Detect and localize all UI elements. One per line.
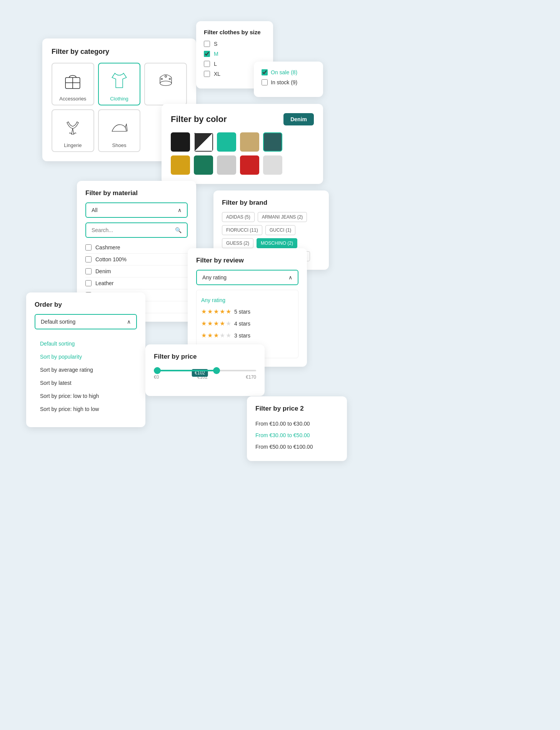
material-checkbox-cotton[interactable]	[85, 256, 92, 262]
sale-option-onsale[interactable]: On sale (8)	[262, 69, 315, 75]
star-3: ★	[213, 320, 219, 327]
star-1: ★	[201, 320, 207, 327]
star-3: ★	[213, 332, 219, 339]
category-item-lingerie[interactable]: Lingerie	[52, 109, 94, 152]
brand-tag-guess[interactable]: GUESS (2)	[222, 238, 253, 248]
review-select[interactable]: Any rating ∧	[196, 270, 298, 285]
material-select[interactable]: All ∧	[85, 202, 188, 218]
category-shoes-label: Shoes	[103, 142, 136, 148]
color-swatch-black[interactable]	[171, 132, 190, 152]
filter-color-title: Filter by color	[171, 114, 227, 124]
color-swatch-dark-teal[interactable]	[263, 132, 282, 152]
filter-size-title: Filter clothes by size	[204, 29, 265, 35]
order-select[interactable]: Default sorting ∧	[35, 314, 137, 329]
material-label-cotton: Cotton 100%	[95, 256, 127, 262]
brand-tag-moschino[interactable]: MOSCHINO (2)	[257, 238, 297, 248]
material-item-denim[interactable]: Denim	[85, 266, 188, 277]
size-checkbox-xl[interactable]	[204, 71, 210, 77]
color-swatch-green[interactable]	[194, 155, 213, 175]
category-item-accessories[interactable]: Accessories	[52, 63, 94, 105]
material-item-cashmere[interactable]: Cashmere	[85, 242, 188, 254]
material-search-box[interactable]: 🔍	[85, 222, 188, 238]
lingerie-icon	[61, 115, 84, 139]
shoes-icon	[108, 115, 131, 139]
color-swatch-tan[interactable]	[240, 132, 259, 152]
clothing-icon	[108, 69, 131, 92]
price2-option-1[interactable]: From €10.00 to €30.00	[255, 418, 338, 429]
star-2: ★	[207, 308, 213, 315]
review-option-3stars[interactable]: ★ ★ ★ ★ ★ 3 stars	[201, 329, 293, 341]
color-swatch-red[interactable]	[240, 155, 259, 175]
svg-point-3	[160, 81, 172, 86]
star-5: ★	[226, 308, 231, 315]
size-label-m: M	[214, 51, 218, 57]
category-lingerie-label: Lingerie	[56, 142, 90, 148]
star-4: ★	[220, 332, 225, 339]
svg-point-7	[161, 78, 162, 80]
review-4star-label: 4 stars	[234, 321, 250, 327]
brand-tag-armani[interactable]: ARMANI JEANS (2)	[258, 212, 307, 222]
brand-tag-fiorucci[interactable]: FIORUCCI (11)	[222, 225, 262, 235]
svg-point-6	[165, 75, 167, 77]
color-grid	[171, 132, 314, 175]
review-option-any[interactable]: Any rating	[201, 295, 293, 306]
filter-price-card: Filter by price €102 €0 €102 €170	[145, 344, 265, 396]
category-clothing-label: Clothing	[103, 96, 136, 102]
sale-checkbox-instock[interactable]	[262, 79, 268, 85]
price2-option-2[interactable]: From €30.00 to €50.00	[255, 429, 338, 441]
order-option-latest[interactable]: Sort by latest	[35, 376, 137, 389]
review-option-5stars[interactable]: ★ ★ ★ ★ ★ 5 stars	[201, 306, 293, 317]
size-label-l: L	[214, 61, 217, 67]
size-checkbox-s[interactable]	[204, 41, 210, 47]
star-4: ★	[220, 320, 225, 327]
color-swatch-half[interactable]	[194, 132, 213, 152]
price-min-label: €0	[154, 374, 159, 380]
order-by-title: Order by	[35, 301, 137, 309]
search-icon: 🔍	[175, 227, 182, 233]
sale-checkbox-onsale[interactable]	[262, 69, 268, 75]
material-checkbox-denim[interactable]	[85, 268, 92, 274]
material-item-leather[interactable]: Leather	[85, 277, 188, 289]
order-by-card: Order by Default sorting ∧ Default sorti…	[26, 292, 145, 427]
category-item-shoes[interactable]: Shoes	[98, 109, 141, 152]
slider-thumb-right[interactable]	[213, 367, 220, 374]
accessories-icon	[61, 69, 84, 92]
material-selected-value: All	[92, 207, 98, 213]
material-checkbox-cashmere[interactable]	[85, 244, 92, 251]
filter-category-title: Filter by category	[52, 48, 187, 56]
order-option-price-high[interactable]: Sort by price: high to low	[35, 403, 137, 416]
review-chevron-icon: ∧	[288, 274, 292, 281]
slider-track	[154, 370, 256, 371]
material-search-input[interactable]	[92, 227, 175, 233]
filter-material-title: Filter by material	[85, 189, 188, 197]
category-item-clothing[interactable]: Clothing	[98, 63, 141, 105]
order-option-rating[interactable]: Sort by average rating	[35, 363, 137, 376]
material-item-cotton[interactable]: Cotton 100%	[85, 254, 188, 266]
size-option-s[interactable]: S	[204, 41, 265, 47]
denim-button[interactable]: Denim	[283, 113, 314, 125]
size-checkbox-m[interactable]	[204, 51, 210, 57]
slider-thumb-left[interactable]	[154, 367, 161, 374]
color-swatch-white-gray[interactable]	[263, 155, 282, 175]
color-swatch-gold[interactable]	[171, 155, 190, 175]
brand-tag-adidas[interactable]: ADIDAS (5)	[222, 212, 255, 222]
size-option-m[interactable]: M	[204, 51, 265, 57]
filter-review-title: Filter by review	[196, 257, 298, 264]
color-swatch-teal[interactable]	[217, 132, 236, 152]
color-swatch-light-gray[interactable]	[217, 155, 236, 175]
size-checkbox-l[interactable]	[204, 61, 210, 67]
star-1: ★	[201, 308, 207, 315]
brand-tag-gucci[interactable]: GUCCI (1)	[265, 225, 296, 235]
filter-color-card: Filter by color Denim	[162, 104, 323, 184]
material-label-denim: Denim	[95, 268, 111, 274]
order-option-popularity[interactable]: Sort by popularity	[35, 350, 137, 363]
star-5: ★	[226, 320, 231, 327]
sale-option-instock[interactable]: In stock (9)	[262, 79, 315, 85]
category-item-jewelry[interactable]	[144, 63, 187, 105]
order-option-price-low[interactable]: Sort by price: low to high	[35, 389, 137, 403]
star-5: ★	[226, 332, 231, 339]
price2-option-3[interactable]: From €50.00 to €100.00	[255, 441, 338, 453]
review-option-4stars[interactable]: ★ ★ ★ ★ ★ 4 stars	[201, 317, 293, 329]
material-checkbox-leather[interactable]	[85, 280, 92, 286]
order-option-default[interactable]: Default sorting	[35, 337, 137, 350]
